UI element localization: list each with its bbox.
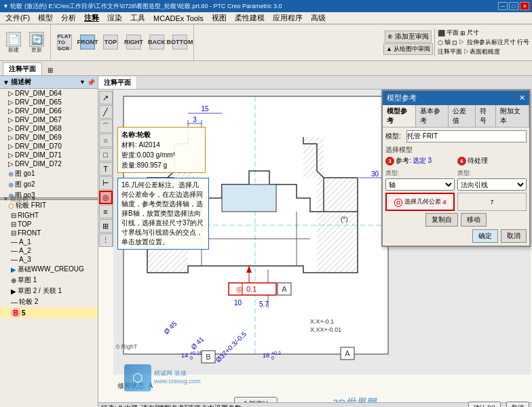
model-tree-base[interactable]: ▶基础WWW_CREOUG xyxy=(0,264,98,275)
model-tree-a2[interactable]: —A_2 xyxy=(0,246,98,255)
dialog-close-icon[interactable]: ✕ xyxy=(519,94,525,102)
tool-arc[interactable]: ⌒ xyxy=(99,119,113,133)
tree-item-drv-d67[interactable]: ▷DRV_DIM_D67 xyxy=(0,115,98,124)
watermark-area: ⬡ 精诚网 装修 www.creoug.com xyxy=(124,364,201,391)
flat-to-screen-button[interactable]: FLATTOSCR xyxy=(54,27,75,58)
type1-select[interactable]: 轴 xyxy=(385,178,455,191)
annotation-tree-expand[interactable]: ▼ xyxy=(3,79,10,86)
model-tree-sketch1[interactable]: ⊕草图 1 xyxy=(0,275,98,286)
tree-options-icon[interactable]: ▼ xyxy=(79,79,86,85)
model-tree-a3[interactable]: —A_3 xyxy=(0,255,98,264)
select-gdt-btn[interactable]: ◎ 选择几何公差 4 xyxy=(385,193,455,211)
front-button[interactable]: FRONT xyxy=(77,27,98,58)
menu-model[interactable]: 模型 xyxy=(34,13,57,23)
update-button[interactable]: 🔄 更新 xyxy=(26,27,48,58)
model-tree-sketch2[interactable]: ▶草图 2 / 关联 1 xyxy=(0,286,98,296)
part-name: 名称:轮毂 xyxy=(121,130,202,140)
model-reference-dialog: 模型参考 ✕ 模型参考 基本参考 公差值 符号 附加文本 模型: xyxy=(381,90,531,247)
annot-tab-active[interactable]: 注释平面 xyxy=(98,77,137,89)
tree-item-drv-d65[interactable]: ▷DRV_DIM_D65 xyxy=(0,98,98,106)
top-button[interactable]: TOP xyxy=(100,27,121,58)
menu-annotation[interactable]: 注释 xyxy=(80,13,103,23)
status-cancel-button[interactable]: 取消 xyxy=(506,402,529,407)
move-button[interactable]: 移动 xyxy=(461,213,487,227)
tree-item-drv-d66[interactable]: ▷DRV_DIM_D66 xyxy=(0,106,98,115)
dialog-tab-symbol[interactable]: 符号 xyxy=(476,105,497,127)
tool-dim[interactable]: ⊢ xyxy=(99,176,113,190)
tab-annotation-plane[interactable]: 注释平面 xyxy=(3,62,42,75)
tool-symbol[interactable]: ⊞ xyxy=(99,219,113,233)
tree-item-drv-d72[interactable]: ▷DRV_DIM_D72 xyxy=(0,159,98,168)
menu-analysis[interactable]: 分析 xyxy=(57,13,80,23)
dialog-model-input[interactable] xyxy=(406,130,527,142)
dialog-tab-model-ref[interactable]: 模型参考 xyxy=(383,105,416,127)
model-tree-b5[interactable]: B 5 xyxy=(0,307,98,318)
drawing-canvas[interactable]: ↗ ╱ ⌒ ○ □ T ⊢ ◎ ≡ ⊞ ⋮ xyxy=(98,90,532,407)
menu-file[interactable]: 文件(F) xyxy=(1,13,34,23)
confirm-button[interactable]: 确定 xyxy=(472,229,498,243)
axis-label: 轴 xyxy=(444,38,451,47)
tool-circle[interactable]: ○ xyxy=(99,134,113,147)
tree-item-go1[interactable]: ⊕图 go1 xyxy=(0,168,98,179)
svg-text:3: 3 xyxy=(193,116,197,123)
svg-text:0: 0 xyxy=(271,355,274,360)
ref1-group: 3 参考: 选定 3 xyxy=(385,156,455,167)
svg-text:A: A xyxy=(282,285,287,293)
svg-text:30: 30 xyxy=(371,170,379,178)
svg-rect-11 xyxy=(303,137,324,178)
tree-item-go2[interactable]: ⊕图 go2 xyxy=(0,179,98,190)
model-tree-hub2[interactable]: —轮毂 2 xyxy=(0,296,98,307)
new-button[interactable]: 📄 新建 xyxy=(3,27,24,58)
tool-arrow[interactable]: ↗ xyxy=(99,91,113,104)
tree-item-drv-d68[interactable]: ▷DRV_DIM_D68 xyxy=(0,124,98,133)
back-button[interactable]: BACK xyxy=(146,27,168,58)
menu-flex[interactable]: 柔性建模 xyxy=(231,13,269,23)
svg-rect-4 xyxy=(222,185,276,212)
menu-render[interactable]: 渲染 xyxy=(103,13,126,23)
dialog-tab-extra[interactable]: 附加文本 xyxy=(496,105,529,127)
toolbar-add-icon[interactable]: ⊕ 添加至审阅 xyxy=(385,31,432,43)
tool-gd-t[interactable]: ◎ xyxy=(99,191,113,204)
tree-item-drv-d71[interactable]: ▷DRV_DIM_D71 xyxy=(0,151,98,159)
type2-select[interactable]: 法向引线 xyxy=(457,178,527,191)
menu-tools[interactable]: 工具 xyxy=(126,13,149,23)
dialog-tab-tolerance[interactable]: 公差值 xyxy=(449,105,476,127)
copy-button[interactable]: 复制自 xyxy=(425,213,458,227)
maximize-button[interactable]: □ xyxy=(509,2,518,10)
dialog-tab-basic-ref[interactable]: 基本参考 xyxy=(416,105,449,127)
model-tree-front[interactable]: ⊟FRONT xyxy=(0,229,98,237)
tree-item-drv-d70[interactable]: ▷DRV_DIM_D70 xyxy=(0,142,98,151)
tool-rect[interactable]: □ xyxy=(99,148,113,161)
svg-text:+0.2: +0.2 xyxy=(271,351,281,355)
part-material: 材料: Al2014 xyxy=(121,140,202,150)
tool-pattern[interactable]: ⋮ xyxy=(99,233,113,247)
menu-view[interactable]: 视图 xyxy=(208,13,231,23)
dialog-title[interactable]: 模型参考 ✕ xyxy=(383,91,529,105)
tool-line[interactable]: ╱ xyxy=(99,105,113,119)
menu-adv[interactable]: 高级 xyxy=(307,13,330,23)
part-density: 密度:0.003 g/mm³ xyxy=(121,150,202,160)
annotation-tree-header[interactable]: ▼ 描述树 ▼ 📌 xyxy=(0,76,98,89)
annotation-tabs: 注释平面 xyxy=(98,76,532,90)
model-tree-part[interactable]: ⬡轮毂 FRIT xyxy=(0,200,98,211)
status-ok-button[interactable]: 确认 (K) xyxy=(468,402,501,407)
plane-icon: ⬛ xyxy=(438,30,445,37)
tool-note[interactable]: ≡ xyxy=(99,205,113,218)
model-tree-right[interactable]: ⊟RIGHT xyxy=(0,211,98,220)
model-tree-a1[interactable]: —A_1 xyxy=(0,237,98,246)
menu-mcadex[interactable]: MCADEx Tools xyxy=(149,14,208,22)
menu-apps[interactable]: 应用程序 xyxy=(269,13,307,23)
tool-text[interactable]: T xyxy=(99,162,113,176)
tree-pin-icon[interactable]: 📌 xyxy=(87,79,95,86)
bottom-button[interactable]: BOTTOM xyxy=(169,27,191,58)
dialog-section1-label: 选择模型 xyxy=(385,145,527,155)
tree-item-drv-d69[interactable]: ▷DRV_DIM_D69 xyxy=(0,133,98,142)
panel-expand-icon[interactable]: ⊞ xyxy=(43,65,57,75)
minimize-button[interactable]: ─ xyxy=(498,2,508,10)
toolbar-from-sketch-icon[interactable]: ▲ 从绘图中审阅 xyxy=(383,43,433,55)
right-button[interactable]: RIGHT xyxy=(123,27,145,58)
model-tree-top[interactable]: ⊟TOP xyxy=(0,220,98,229)
cancel-button[interactable]: 取消 xyxy=(501,229,527,243)
tree-item-drv-d64[interactable]: ▷DRV_DIM_D64 xyxy=(0,89,98,98)
close-button[interactable]: ✕ xyxy=(520,2,529,10)
